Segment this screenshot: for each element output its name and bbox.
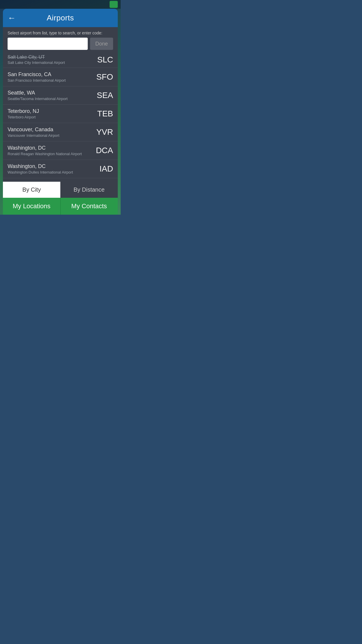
airport-list-item[interactable]: Washington, DCRonald Reagan Washington N…	[3, 141, 118, 160]
airport-info: Vancouver, CanadaVancouver International…	[8, 127, 93, 138]
airport-code-container: SLC	[93, 55, 113, 64]
airport-name: Ronald Reagan Washington National Airpor…	[8, 152, 93, 156]
airport-info: San Francisco, CASan Francisco Internati…	[8, 71, 93, 83]
search-label: Select airport from list, type to search…	[8, 31, 113, 35]
airport-city: Salt Lake City, UT	[8, 55, 93, 60]
airport-code: SFO	[93, 72, 113, 82]
airport-info: Teterboro, NJTeterboro Airport	[8, 108, 93, 119]
airport-name: Washington Dulles International Airport	[8, 170, 93, 174]
airports-modal: ← Airports Select airport from list, typ…	[3, 9, 118, 215]
bottom-nav: My Locations My Contacts	[3, 198, 118, 215]
airport-city: Vancouver, Canada	[8, 127, 93, 133]
my-contacts-button[interactable]: My Contacts	[61, 198, 118, 215]
airport-code-container: IAD	[93, 164, 113, 174]
airport-list-item[interactable]: Salt Lake City, UTSalt Lake City Interna…	[3, 53, 118, 68]
airport-name: Vancouver International Airport	[8, 133, 93, 138]
top-bar-peek	[0, 0, 121, 9]
airport-list-item[interactable]: Vancouver, CanadaVancouver International…	[3, 123, 118, 141]
modal-header: ← Airports	[3, 9, 118, 27]
airport-list-item[interactable]: San Francisco, CASan Francisco Internati…	[3, 68, 118, 86]
top-green-button	[110, 1, 118, 8]
airport-info: Washington, DCRonald Reagan Washington N…	[8, 145, 93, 156]
airport-code-container: SEA	[93, 91, 113, 100]
airport-list-item[interactable]: Seattle, WASeattle/Tacoma International …	[3, 86, 118, 105]
airport-info: Seattle, WASeattle/Tacoma International …	[8, 90, 93, 101]
my-locations-button[interactable]: My Locations	[3, 198, 61, 215]
airport-name: Teterboro Airport	[8, 115, 93, 119]
airport-info: Salt Lake City, UTSalt Lake City Interna…	[8, 55, 93, 65]
back-button[interactable]: ←	[8, 14, 16, 22]
airport-code: DCA	[93, 146, 113, 155]
airport-city: Teterboro, NJ	[8, 108, 93, 114]
airport-code: SEA	[93, 91, 113, 100]
airport-city: Washington, DC	[8, 145, 93, 151]
airport-code-container: YVR	[93, 127, 113, 137]
airport-name: San Francisco International Airport	[8, 78, 93, 83]
airport-info: Washington, DCWashington Dulles Internat…	[8, 163, 93, 174]
airport-code: SLC	[93, 55, 113, 64]
search-input[interactable]	[8, 38, 88, 50]
airport-name: Salt Lake City International Airport	[8, 60, 93, 65]
search-row: Done	[8, 38, 113, 50]
back-arrow-icon: ←	[8, 14, 16, 22]
airport-list: Salt Lake City, UTSalt Lake City Interna…	[3, 53, 118, 182]
airport-code-container: DCA	[93, 146, 113, 155]
airport-city: Seattle, WA	[8, 90, 93, 96]
airport-list-item[interactable]: White Plains, NYWestchester County Airpo…	[3, 178, 118, 182]
done-button[interactable]: Done	[90, 38, 113, 50]
airport-name: Seattle/Tacoma International Airport	[8, 97, 93, 101]
modal-title: Airports	[47, 13, 74, 22]
sort-tab-by-distance[interactable]: By Distance	[60, 182, 118, 198]
airport-code-container: SFO	[93, 72, 113, 82]
sort-tab-by-city[interactable]: By City	[3, 182, 60, 198]
search-area: Select airport from list, type to search…	[3, 27, 118, 53]
airport-code: IAD	[93, 164, 113, 174]
airport-city: Washington, DC	[8, 163, 93, 169]
sort-tabs: By City By Distance	[3, 182, 118, 198]
airport-list-item[interactable]: Washington, DCWashington Dulles Internat…	[3, 160, 118, 178]
airport-code-container: TEB	[93, 109, 113, 118]
airport-list-item[interactable]: Teterboro, NJTeterboro AirportTEB	[3, 105, 118, 123]
airport-code: TEB	[93, 109, 113, 118]
airport-city: San Francisco, CA	[8, 71, 93, 78]
airport-code: YVR	[93, 127, 113, 137]
